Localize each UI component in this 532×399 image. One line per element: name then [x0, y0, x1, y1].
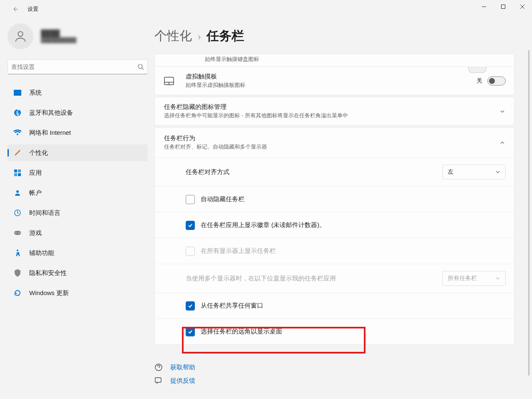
back-button[interactable]: [8, 2, 23, 17]
feedback-icon: [154, 376, 163, 385]
nav-system[interactable]: 系统: [8, 84, 148, 101]
checkbox-checked[interactable]: [186, 221, 195, 230]
svg-rect-4: [14, 95, 21, 96]
nav-bluetooth[interactable]: 蓝牙和其他设备: [8, 104, 148, 121]
display-icon: [13, 88, 22, 97]
share-window-row[interactable]: 从任务栏共享任何窗口: [155, 293, 514, 318]
nav-apps[interactable]: 应用: [8, 164, 148, 181]
nav-windows-update[interactable]: Windows 更新: [8, 285, 148, 301]
breadcrumb-parent[interactable]: 个性化: [154, 28, 192, 45]
search-icon: [137, 63, 144, 70]
row-subtitle: 任务栏对齐、标记、自动隐藏和多个显示器: [164, 143, 499, 151]
far-corner-row[interactable]: 选择任务栏的远角以显示桌面: [155, 318, 514, 344]
nav-personalization[interactable]: 个性化: [8, 144, 148, 161]
row-label: 当使用多个显示器时，在以下位置显示我的任务栏应用: [186, 275, 442, 283]
row-title: 任务栏行为: [164, 134, 499, 142]
row-label: 选择任务栏的远角以显示桌面: [201, 328, 506, 336]
close-button[interactable]: [513, 0, 532, 13]
shield-icon: [13, 269, 22, 277]
svg-rect-0: [502, 5, 505, 9]
checkbox-disabled: [186, 247, 195, 256]
get-help-link[interactable]: 获取帮助: [154, 361, 514, 374]
chevron-right-icon: ›: [198, 32, 201, 43]
search-input[interactable]: [11, 63, 137, 70]
autohide-row[interactable]: 自动隐藏任务栏: [155, 186, 514, 212]
checkbox[interactable]: [186, 195, 195, 204]
row-label: 在所有显示器上显示任务栏: [201, 247, 506, 255]
chevron-up-icon: [499, 139, 506, 146]
sidebar: ████ ██████████ 系统 蓝牙和其他设备 网络和 Internet: [0, 18, 154, 399]
alignment-dropdown[interactable]: 左: [442, 164, 506, 179]
badges-row[interactable]: 在任务栏应用上显示徽章 (未读邮件计数器)。: [155, 212, 514, 238]
minimize-button[interactable]: [474, 0, 494, 13]
nav-network[interactable]: 网络和 Internet: [8, 124, 148, 141]
feedback-link[interactable]: 提供反馈: [154, 374, 514, 387]
nav-label: 隐私和安全性: [29, 269, 67, 277]
maximize-button[interactable]: [494, 0, 513, 13]
checkbox-checked[interactable]: [186, 327, 195, 336]
svg-rect-20: [155, 378, 161, 382]
touch-keyboard-card-partial: 始终显示触摸键盘图标 虚拟触摸板 始终显示虚拟触摸板图标 关: [154, 54, 514, 95]
titlebar: 设置: [0, 0, 532, 18]
nav-label: Windows 更新: [29, 289, 69, 297]
wifi-icon: [13, 129, 22, 137]
row-label: 在任务栏应用上显示徽章 (未读邮件计数器)。: [201, 221, 506, 229]
multi-monitor-dropdown: 所有任务栏: [442, 271, 506, 286]
search-box[interactable]: [8, 59, 148, 74]
arrow-left-icon: [12, 6, 18, 13]
gamepad-icon: [13, 229, 22, 237]
update-icon: [13, 289, 22, 297]
behavior-header[interactable]: 任务栏行为 任务栏对齐、标记、自动隐藏和多个显示器: [155, 128, 514, 157]
chevron-down-icon: [499, 108, 506, 115]
toggle-switch-partial[interactable]: [468, 66, 487, 73]
nav-label: 辅助功能: [29, 249, 54, 257]
checkbox-checked[interactable]: [186, 301, 195, 311]
touchpad-icon: [164, 76, 174, 86]
svg-rect-12: [14, 231, 21, 235]
svg-point-10: [16, 190, 19, 193]
svg-rect-7: [18, 169, 21, 172]
nav-label: 系统: [29, 89, 42, 97]
link-text[interactable]: 获取帮助: [170, 364, 195, 371]
nav-accounts[interactable]: 帐户: [8, 184, 148, 201]
row-title: 虚拟触摸板: [186, 73, 477, 81]
nav-label: 游戏: [29, 229, 42, 237]
toggle-switch[interactable]: [487, 76, 506, 86]
nav-time-language[interactable]: 时间和语言: [8, 205, 148, 221]
row-label: 任务栏对齐方式: [186, 168, 442, 176]
link-text[interactable]: 提供反馈: [170, 377, 195, 385]
breadcrumb-current: 任务栏: [207, 28, 244, 45]
nav-privacy[interactable]: 隐私和安全性: [8, 265, 148, 281]
svg-point-13: [15, 232, 16, 233]
nav-label: 蓝牙和其他设备: [29, 109, 73, 117]
nav-label: 帐户: [29, 189, 42, 197]
person-icon: [13, 189, 22, 197]
row-subtitle-truncated: 始终显示触摸键盘图标: [205, 56, 259, 62]
row-label: 从任务栏共享任何窗口: [201, 302, 506, 310]
svg-point-2: [138, 64, 142, 68]
nav-label: 时间和语言: [29, 209, 61, 217]
user-text-blurred: ████ ██████████: [41, 30, 76, 43]
chevron-down-icon: [495, 276, 500, 281]
svg-rect-8: [14, 173, 17, 176]
svg-point-14: [19, 232, 20, 233]
window-controls: [474, 0, 532, 13]
row-title: 任务栏隐藏的图标管理: [164, 103, 499, 111]
nav-accessibility[interactable]: 辅助功能: [8, 245, 148, 261]
hidden-icons-card[interactable]: 任务栏隐藏的图标管理 选择任务栏角中可能显示的图标 - 所有其他图标将显示在任务…: [154, 97, 514, 126]
svg-point-15: [17, 250, 18, 251]
window-title: 设置: [28, 5, 38, 13]
nav-gaming[interactable]: 游戏: [8, 225, 148, 241]
scrollbar[interactable]: [528, 50, 529, 376]
row-label: 自动隐藏任务栏: [201, 195, 506, 203]
help-links: 获取帮助 提供反馈: [154, 345, 514, 387]
bluetooth-icon: [13, 109, 22, 117]
content: 个性化 › 任务栏 始终显示触摸键盘图标 虚拟触摸板 始终显示虚拟触摸板图标 关: [154, 18, 532, 399]
nav-list: 系统 蓝牙和其他设备 网络和 Internet 个性化 应用 帐户: [8, 84, 148, 301]
user-block[interactable]: ████ ██████████: [8, 18, 148, 59]
person-icon: [13, 29, 28, 43]
virtual-touchpad-row: 虚拟触摸板 始终显示虚拟触摸板图标 关: [155, 67, 514, 95]
nav-label: 个性化: [29, 149, 48, 157]
alignment-row: 任务栏对齐方式 左: [155, 157, 514, 186]
chevron-down-icon: [495, 169, 500, 174]
